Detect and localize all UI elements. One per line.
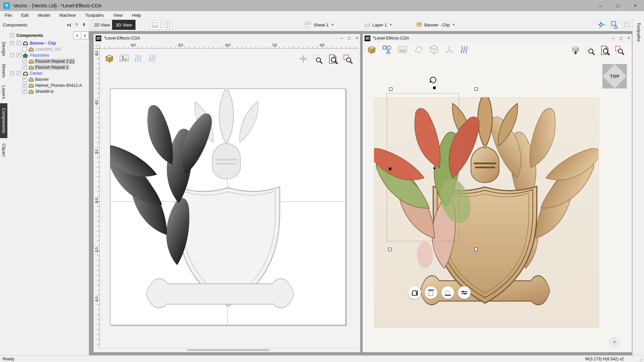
tab-sheets[interactable]: Sheets [0, 61, 7, 80]
help-button[interactable]: ? [609, 338, 619, 347]
menu-machine[interactable]: Machine [55, 11, 80, 19]
view-cube-face[interactable]: TOP [602, 64, 627, 88]
expander-icon[interactable] [10, 41, 14, 45]
menu-help[interactable]: Help [127, 11, 146, 19]
tree-item[interactable]: Banner - Clip [7, 40, 89, 46]
layer-dropdown-value[interactable]: Layer 1 [372, 22, 387, 27]
minimize-button[interactable]: – [340, 36, 343, 41]
tree-item[interactable]: Banner [7, 76, 89, 82]
vectors-visibility-icon[interactable] [382, 45, 392, 54]
level-dropdown-value[interactable]: Banner - Clip [424, 22, 450, 27]
component-properties-button[interactable] [458, 286, 471, 299]
tree-item-label[interactable]: Flourish Repeat 2 [1] [34, 59, 75, 64]
origin-axes-icon[interactable] [445, 45, 454, 54]
maximize-button[interactable]: □ [348, 36, 351, 41]
pan-icon[interactable] [299, 55, 308, 63]
tree-item[interactable]: Flourish Repeat 2 [1] [7, 58, 89, 64]
zoom-fit-icon[interactable] [328, 54, 338, 64]
auto-hide-icon[interactable] [65, 22, 73, 28]
tab-design[interactable]: Design [0, 39, 7, 59]
selection-handle[interactable] [475, 87, 478, 91]
toolpath-preview-icon[interactable] [134, 54, 143, 63]
single-pane-layout-icon[interactable] [150, 20, 160, 30]
maximize-button[interactable]: □ [620, 36, 622, 41]
material-block-icon[interactable] [367, 45, 377, 55]
3d-window-titlebar[interactable]: 3D *Level-Effects-COA – □ × [363, 34, 632, 43]
selection-handle-mid[interactable] [389, 168, 391, 170]
tree-item-label[interactable]: Flourishes [29, 53, 50, 58]
zoom-selection-icon[interactable] [313, 54, 322, 64]
2d-window-titlebar[interactable]: 2D *Level-Effects-COA – □ × [94, 34, 360, 43]
menu-view[interactable]: View [109, 11, 127, 19]
panel-help-button[interactable]: ? [73, 22, 80, 28]
close-button[interactable]: × [356, 36, 358, 41]
selection-bounds[interactable] [387, 93, 459, 241]
material-block-icon[interactable] [104, 53, 114, 63]
material-surface-icon[interactable] [413, 45, 423, 55]
checkbox[interactable] [17, 71, 21, 75]
wireframe-box-icon[interactable] [429, 45, 439, 55]
tree-item[interactable]: Linenfold_UG [7, 46, 89, 52]
snap-shapes-icon[interactable] [609, 20, 620, 30]
selection-handle[interactable] [388, 248, 391, 251]
tab-3d-view[interactable]: 3D View [112, 20, 136, 30]
selection-handle[interactable] [474, 248, 478, 251]
tree-item-label[interactable]: Banner - Clip [29, 41, 57, 46]
sheet-dropdown-value[interactable]: Sheet 1 [314, 22, 329, 27]
zoom-material-icon[interactable] [615, 46, 624, 55]
tab-clipart[interactable]: Clipart [0, 139, 7, 161]
tree-item-label[interactable]: Linenfold_UG [34, 47, 62, 52]
zoom-selection-icon[interactable] [585, 46, 595, 55]
2d-canvas[interactable] [100, 49, 359, 349]
zoom-fit-icon[interactable] [600, 45, 610, 55]
move-down-button[interactable]: ∨ [81, 32, 89, 39]
3d-canvas[interactable]: TOP [363, 43, 632, 352]
tree-item[interactable]: Helmet_Plumes-50412-A [7, 82, 89, 88]
move-up-button[interactable]: ∧ [73, 32, 81, 39]
component-base-button[interactable] [441, 286, 454, 299]
checkbox[interactable] [22, 59, 27, 63]
minimize-button[interactable]: – [612, 36, 614, 41]
selection-handle[interactable] [389, 87, 392, 91]
checkbox[interactable] [22, 77, 27, 81]
checkbox[interactable] [22, 47, 27, 51]
expander-icon[interactable] [10, 53, 14, 57]
tab-toolpaths[interactable]: Toolpaths [633, 20, 644, 44]
isometric-view-icon[interactable] [571, 46, 580, 55]
close-button[interactable]: × [628, 36, 630, 41]
minimize-button[interactable]: – [592, 0, 609, 11]
resize-grip[interactable] [639, 357, 643, 361]
checkbox[interactable] [22, 65, 27, 69]
checkbox[interactable] [17, 41, 21, 45]
split-pane-layout-icon[interactable] [162, 20, 172, 30]
tree-item[interactable]: Flourishes [7, 52, 89, 58]
checkbox[interactable] [22, 89, 27, 94]
zoom-material-icon[interactable] [343, 54, 353, 64]
checkbox[interactable] [17, 53, 21, 57]
tree-item-label[interactable]: Shield9-iii [34, 89, 54, 94]
tab-layers[interactable]: Layers [0, 82, 7, 102]
component-shape-height-button[interactable] [408, 286, 421, 299]
tree-item[interactable]: Center [7, 70, 89, 76]
snap-grid-icon[interactable] [621, 20, 632, 30]
toolpath-preview-icon[interactable] [460, 45, 469, 54]
scrollbar-thumb[interactable] [187, 349, 269, 351]
tab-components[interactable]: Components [0, 103, 7, 138]
sheet-dropdown[interactable]: Sheet 1 ▼ [305, 20, 334, 29]
bitmap-image-icon[interactable] [397, 45, 408, 55]
tree-item-label[interactable]: Center [29, 71, 44, 76]
close-button[interactable]: × [627, 0, 644, 11]
horizontal-scrollbar[interactable] [100, 348, 359, 352]
tree-item[interactable]: Flourish Repeat 2 [7, 64, 89, 70]
maximize-button[interactable]: □ [609, 0, 627, 11]
tree-item[interactable]: Shield9-iii [7, 88, 89, 95]
snap-geometry-icon[interactable] [596, 20, 607, 30]
level-dropdown[interactable]: Banner - Clip ▼ [415, 20, 455, 29]
selection-handle-mid[interactable] [433, 86, 436, 89]
tree-item-label[interactable]: Helmet_Plumes-50412-A [34, 83, 83, 88]
toolpath-drawbar-icon[interactable] [148, 54, 157, 63]
expander-icon[interactable] [10, 71, 14, 75]
tab-2d-view[interactable]: 2D View [91, 20, 113, 30]
view-orientation-cube[interactable]: TOP [602, 64, 627, 88]
component-fade-button[interactable] [425, 286, 437, 299]
